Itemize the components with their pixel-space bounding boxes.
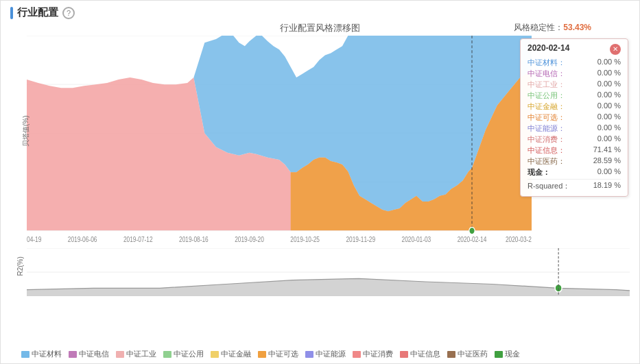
legend-item-medicine: 中证医药 [447,349,488,359]
tooltip-row-utility: 中证公用： 0.00 % [528,90,621,101]
legend-color-info [400,351,408,358]
tooltip-row-telecom: 中证电信： 0.00 % [528,69,621,79]
legend-item-energy: 中证能源 [305,349,346,359]
stability-value: 53.43% [563,23,591,32]
tooltip-label-optional: 中证可选： [528,112,565,123]
tooltip-label-cash: 现金： [528,167,550,178]
tooltip-val-materials: 0.00 % [597,58,621,68]
tooltip-val-telecom: 0.00 % [597,69,621,79]
tooltip-label-medicine: 中证医药： [528,156,565,167]
tooltip-label-consume: 中证消费： [528,134,565,145]
page: 行业配置 ? 行业配置风格漂移图 风格稳定性：53.43% 贝塔值(%) [0,0,640,364]
page-title: 行业配置 [17,6,58,19]
tooltip-row-energy: 中证能源： 0.00 % [528,123,621,134]
main-chart: 贝塔值(%) 100 75 50 25 0 [8,36,632,248]
tooltip-row-consume: 中证消费： 0.00 % [528,134,621,145]
svg-text:2019-06-06: 2019-06-06 [68,236,97,243]
tooltip-val-industry: 0.00 % [597,80,621,90]
legend-item-cash: 现金 [495,349,520,359]
main-y-axis-label: 贝塔值(%) [21,115,31,147]
legend-item-utility: 中证公用 [163,349,204,359]
tooltip-val-finance: 0.00 % [597,101,621,112]
svg-text:2019-08-16: 2019-08-16 [179,236,209,243]
legend-color-optional [258,351,266,358]
legend-label-consume: 中证消费 [363,349,393,359]
tooltip-label-rsquared: R-squared： [528,181,570,191]
legend-color-medicine [447,351,455,358]
legend-item-consume: 中证消费 [353,349,393,359]
legend-color-telecom [69,351,77,358]
tooltip-rsquared-row: R-squared： 18.19 % [528,179,621,191]
tooltip-val-utility: 0.00 % [597,90,621,101]
mini-y-axis-label: R2(%) [16,256,24,276]
tooltip-label-industry: 中证工业： [528,80,565,90]
tooltip-row-optional: 中证可选： 0.00 % [528,112,621,123]
legend-label-industry: 中证工业 [126,349,156,359]
tooltip-val-optional: 0.00 % [597,112,621,123]
tooltip-label-utility: 中证公用： [528,90,565,101]
svg-text:2020-03-20: 2020-03-20 [506,236,532,243]
svg-text:2020-01-03: 2020-01-03 [402,236,431,243]
legend-label-medicine: 中证医药 [458,349,488,359]
legend-item-materials: 中证材料 [21,349,62,359]
legend-color-cash [495,351,503,358]
svg-text:2019-10-25: 2019-10-25 [290,236,320,243]
svg-text:2020-02-14: 2020-02-14 [458,236,487,243]
legend-item-info: 中证信息 [400,349,440,359]
tooltip-label-energy: 中证能源： [528,123,565,134]
legend-color-finance [211,351,219,358]
svg-text:2019-07-12: 2019-07-12 [123,236,153,243]
tooltip-row-info: 中证信息： 71.41 % [528,145,621,156]
tooltip-row-materials: 中证材料： 0.00 % [528,58,621,68]
tooltip-val-energy: 0.00 % [597,123,621,134]
tooltip-label-finance: 中证金融： [528,101,565,112]
title-bar-decoration [10,7,13,19]
tooltip-val-rsquared: 18.19 % [593,181,621,191]
header: 行业配置 ? [1,1,639,22]
chart-title-row: 行业配置风格漂移图 风格稳定性：53.43% [8,22,632,34]
tooltip-row-industry: 中证工业： 0.00 % [528,80,621,90]
legend-color-utility [163,351,171,358]
legend-label-utility: 中证公用 [174,349,204,359]
legend-item-industry: 中证工业 [116,349,156,359]
legend-label-telecom: 中证电信 [79,349,109,359]
main-chart-svg: 100 75 50 25 0 2019-04-19 2019-06-06 201… [27,36,532,248]
legend-label-finance: 中证金融 [221,349,251,359]
tooltip-date: 2020-02-14 [528,43,569,53]
legend-item-telecom: 中证电信 [69,349,109,359]
svg-text:2019-11-29: 2019-11-29 [346,236,375,243]
legend-label-info: 中证信息 [410,349,440,359]
tooltip-label-info: 中证信息： [528,145,565,156]
mini-chart-svg: 100 [27,248,630,296]
legend-item-finance: 中证金融 [211,349,251,359]
chart-title: 行业配置风格漂移图 [280,22,360,34]
svg-text:2019-04-19: 2019-04-19 [27,236,41,243]
help-icon[interactable]: ? [62,7,75,19]
chart-section: 行业配置风格漂移图 风格稳定性：53.43% 贝塔值(%) [1,22,639,346]
legend-color-consume [353,351,361,358]
legend-item-optional: 中证可选 [258,349,298,359]
tooltip-val-medicine: 28.59 % [593,156,621,167]
stability-label: 风格稳定性：53.43% [514,22,591,34]
svg-text:2019-09-20: 2019-09-20 [235,236,264,243]
legend-label-cash: 现金 [505,349,520,359]
legend-color-materials [21,351,29,358]
legend-color-industry [116,351,124,358]
tooltip-val-cash: 0.00 % [597,167,621,178]
tooltip-close-button[interactable]: ✕ [610,44,621,55]
legend-label-optional: 中证可选 [268,349,298,359]
tooltip-row-medicine: 中证医药： 28.59 % [528,156,621,167]
legend-section: 中证材料 中证电信 中证工业 中证公用 中证金融 中证可选 中证能源 中证消费 [1,346,639,363]
legend-label-materials: 中证材料 [32,349,62,359]
tooltip-label-materials: 中证材料： [528,58,565,68]
tooltip-row-cash: 现金： 0.00 % [528,167,621,178]
tooltip-row-finance: 中证金融： 0.00 % [528,101,621,112]
svg-point-25 [469,228,475,234]
mini-chart: R2(%) 100 [8,248,632,296]
tooltip-val-consume: 0.00 % [597,134,621,145]
tooltip-label-telecom: 中证电信： [528,69,565,79]
tooltip: 2020-02-14 ✕ 中证材料： 0.00 % 中证电信： 0.00 % 中… [520,38,628,197]
legend-color-energy [305,351,313,358]
legend-label-energy: 中证能源 [316,349,346,359]
tooltip-val-info: 71.41 % [593,145,621,156]
